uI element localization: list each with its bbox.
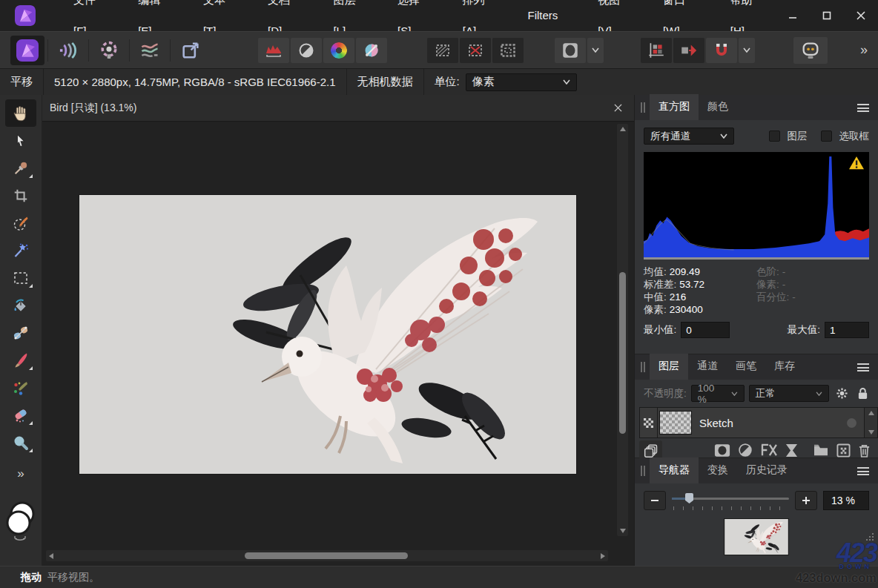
flood-select-tool[interactable]	[5, 237, 36, 264]
liquify-persona-button[interactable]	[48, 36, 88, 65]
group-layers-button[interactable]	[813, 443, 829, 457]
foreground-color-swatch[interactable]	[7, 512, 30, 534]
canvas-image-bird[interactable]	[79, 195, 576, 474]
zoom-out-button[interactable]	[644, 491, 666, 510]
blend-ranges-button[interactable]	[836, 443, 851, 457]
delete-layer-button[interactable]	[858, 443, 871, 457]
min-input[interactable]	[681, 322, 730, 338]
gradient-tool[interactable]	[5, 319, 36, 346]
layer-list-scrollbar[interactable]	[865, 408, 877, 437]
move-tool[interactable]	[5, 127, 36, 154]
scroll-right-arrow[interactable]	[598, 550, 608, 561]
units-select[interactable]: 像素	[466, 73, 577, 91]
scroll-up-arrow[interactable]	[617, 124, 628, 134]
scroll-down-arrow[interactable]	[868, 430, 874, 435]
panel-menu-icon[interactable]	[857, 363, 869, 371]
zoom-tool[interactable]	[5, 429, 36, 456]
horizontal-scrollbar[interactable]	[46, 550, 608, 561]
vertical-scrollbar[interactable]	[617, 124, 628, 536]
scroll-left-arrow[interactable]	[46, 550, 56, 561]
erase-brush-tool[interactable]	[5, 401, 36, 429]
snapping-dropdown-button[interactable]	[739, 38, 755, 63]
tab-navigator[interactable]: 导航器	[650, 457, 699, 483]
adjustment-layer-button[interactable]	[738, 443, 753, 457]
photo-persona-button[interactable]	[10, 36, 44, 65]
move-by-whole-pixels-button[interactable]	[673, 38, 704, 63]
opacity-select[interactable]: 100 %	[691, 385, 745, 402]
tone-mapping-persona-button[interactable]	[130, 36, 170, 65]
horizontal-scroll-thumb[interactable]	[245, 552, 408, 559]
export-persona-button[interactable]	[171, 36, 211, 65]
panel-resize-grip[interactable]	[866, 533, 874, 541]
scroll-up-arrow[interactable]	[868, 411, 874, 415]
close-button[interactable]	[844, 0, 878, 31]
channel-select[interactable]: 所有通道	[644, 128, 734, 145]
scroll-down-arrow[interactable]	[617, 526, 628, 536]
panel-menu-icon[interactable]	[857, 467, 869, 475]
zoom-slider-handle[interactable]	[685, 493, 693, 503]
document-tab[interactable]: Bird [只读] (13.1%)	[50, 102, 136, 115]
blend-mode-select[interactable]: 正常	[749, 385, 829, 402]
vertical-scroll-thumb[interactable]	[619, 272, 626, 434]
menu-filters[interactable]: Filters	[507, 0, 578, 31]
panel-grip-icon[interactable]	[641, 362, 645, 372]
more-tools-button[interactable]: »	[17, 466, 24, 481]
panel-grip-icon[interactable]	[641, 102, 645, 113]
marquee-select-tool[interactable]	[5, 264, 36, 291]
paint-brush-tool[interactable]	[5, 346, 36, 374]
max-input[interactable]	[825, 322, 869, 338]
selection-brush-tool[interactable]	[5, 209, 36, 237]
auto-white-balance-button[interactable]	[356, 38, 387, 63]
minimize-button[interactable]	[776, 0, 810, 31]
tab-layers[interactable]: 图层	[650, 354, 688, 380]
tab-channels[interactable]: 通道	[688, 354, 727, 380]
layer-visibility-toggle[interactable]	[847, 418, 856, 428]
zoom-in-button[interactable]	[795, 491, 817, 510]
mask-layer-button[interactable]	[714, 443, 730, 457]
invert-selection-button[interactable]	[492, 38, 524, 63]
tab-brushes[interactable]: 画笔	[727, 354, 765, 380]
pixel-tool[interactable]	[5, 374, 36, 401]
toolbar-overflow-button[interactable]: »	[860, 42, 868, 58]
layers-panel-header: 图层 通道 画笔 库存	[635, 354, 878, 380]
zoom-slider[interactable]	[672, 491, 789, 510]
new-mask-button[interactable]	[555, 38, 586, 63]
tab-stock[interactable]: 库存	[765, 354, 804, 380]
flood-fill-tool[interactable]	[5, 291, 36, 319]
snapshot-button[interactable]	[785, 443, 798, 457]
mask-dropdown-button[interactable]	[587, 38, 604, 63]
panel-grip-icon[interactable]	[641, 466, 645, 476]
view-tool[interactable]	[5, 99, 36, 127]
navigator-thumbnail[interactable]	[724, 519, 788, 555]
deselect-button[interactable]	[460, 38, 491, 63]
tab-color[interactable]: 颜色	[699, 94, 737, 120]
canvas-viewport[interactable]	[42, 122, 634, 566]
auto-levels-button[interactable]	[258, 38, 289, 63]
auto-contrast-button[interactable]	[291, 38, 322, 63]
color-swatches[interactable]	[4, 501, 37, 546]
layer-row-sketch[interactable]: Sketch	[640, 408, 865, 437]
tab-histogram[interactable]: 直方图	[650, 94, 699, 120]
warning-icon[interactable]	[848, 156, 865, 171]
live-filter-button[interactable]	[760, 443, 778, 457]
panel-menu-icon[interactable]	[857, 104, 869, 112]
layer-thumbnail[interactable]	[659, 411, 692, 435]
maximize-button[interactable]	[810, 0, 844, 31]
assistant-manager-button[interactable]	[793, 37, 828, 64]
tab-history[interactable]: 历史记录	[737, 457, 796, 483]
lock-layer-button[interactable]	[854, 386, 871, 402]
zoom-percentage[interactable]: 13 %	[823, 491, 869, 510]
snapping-button[interactable]	[706, 38, 737, 63]
auto-colour-button[interactable]	[323, 38, 354, 63]
tab-transform[interactable]: 变换	[699, 457, 737, 483]
crop-tool[interactable]	[5, 182, 36, 209]
layer-checkbox[interactable]	[769, 131, 780, 142]
tab-close-button[interactable]	[610, 101, 625, 116]
swap-colors-icon[interactable]	[15, 536, 25, 540]
marquee-checkbox[interactable]	[821, 131, 832, 142]
develop-persona-button[interactable]	[89, 36, 129, 65]
assistant-options-button[interactable]	[641, 38, 672, 63]
color-picker-tool[interactable]	[5, 154, 36, 182]
blend-options-button[interactable]	[834, 386, 850, 402]
select-all-button[interactable]	[427, 38, 458, 63]
